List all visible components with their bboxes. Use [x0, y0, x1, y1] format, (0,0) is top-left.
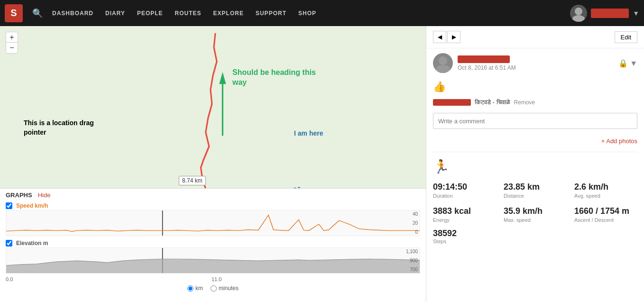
- speed-yaxis: 40 20 0: [401, 210, 420, 236]
- user-avatar[interactable]: [433, 53, 453, 73]
- elevation-graph-svg: [6, 248, 420, 273]
- annotation-here: I am here: [294, 129, 323, 137]
- navbar: S 🔍 DASHBOARD DIARY PEOPLE ROUTES EXPLOR…: [0, 0, 644, 26]
- nav-right: ▼: [570, 5, 639, 22]
- svg-rect-10: [6, 210, 420, 236]
- map-zoom-controls: + −: [6, 32, 18, 54]
- nav-link-shop[interactable]: SHOP: [298, 10, 316, 17]
- nav-link-routes[interactable]: ROUTES: [175, 10, 202, 17]
- comment-input[interactable]: [433, 113, 637, 129]
- stat-max-speed-label: Max. speed: [504, 217, 567, 223]
- add-photos-row: + Add photos: [426, 133, 644, 149]
- elevation-graph-container: 1,100 900 700: [6, 247, 420, 274]
- nav-link-explore[interactable]: EXPLORE: [213, 10, 244, 17]
- stat-distance: 23.85 km Distance: [504, 182, 567, 199]
- nav-link-diary[interactable]: DIARY: [105, 10, 125, 17]
- main-content: + − Should be heading this way: [0, 26, 644, 302]
- graphs-header: GRAPHS Hide: [0, 192, 426, 201]
- steps-label: Steps: [433, 238, 637, 244]
- svg-point-1: [572, 15, 585, 22]
- map-area[interactable]: + − Should be heading this way: [0, 26, 426, 302]
- user-info: Oct 8, 2016 at 6:51 AM: [458, 55, 516, 71]
- svg-point-0: [575, 8, 582, 15]
- elevation-yaxis: 1,100 900 700: [401, 248, 420, 273]
- stats-grid: 09:14:50 Duration 23.85 km Distance 2.6 …: [426, 178, 644, 229]
- stat-ascent-value: 1660 / 1754 m: [574, 206, 637, 216]
- stat-energy: 3883 kcal Energy: [433, 206, 496, 223]
- steps-value: 38592: [433, 229, 637, 238]
- speed-graph-container: 40 20 0: [6, 210, 420, 236]
- stat-energy-value: 3883 kcal: [433, 206, 496, 216]
- stat-max-speed: 35.9 km/h Max. speed: [504, 206, 567, 223]
- zoom-out-button[interactable]: −: [6, 43, 18, 53]
- like-button[interactable]: 👍: [433, 81, 446, 92]
- annotation-heading: Should be heading this way: [232, 68, 316, 88]
- stat-energy-label: Energy: [433, 217, 496, 223]
- lock-icon[interactable]: 🔒 ▼: [618, 59, 637, 68]
- sidebar: ◀ ▶ Edit Oct 8, 2016 at 6:51 AM 🔒 ▼ 👍 कि…: [426, 26, 644, 302]
- stat-avg-speed: 2.6 km/h Avg. speed: [574, 182, 637, 199]
- nav-links: DASHBOARD DIARY PEOPLE ROUTES EXPLORE SU…: [52, 10, 561, 17]
- graphs-hide-button[interactable]: Hide: [38, 192, 51, 199]
- nav-link-support[interactable]: SUPPORT: [256, 10, 286, 17]
- stat-ascent: 1660 / 1754 m Ascent / Descent: [574, 206, 637, 223]
- elevation-graph-label: Elevation m: [16, 240, 48, 247]
- user-date: Oct 8, 2016 at 6:51 AM: [458, 64, 516, 71]
- search-icon[interactable]: 🔍: [32, 8, 43, 18]
- stat-duration-label: Duration: [433, 193, 496, 199]
- nav-link-dashboard[interactable]: DASHBOARD: [52, 10, 93, 17]
- nav-username[interactable]: [591, 9, 629, 18]
- sidebar-header: ◀ ▶ Edit: [426, 26, 644, 48]
- user-name-redacted: [458, 55, 510, 63]
- stat-duration: 09:14:50 Duration: [433, 182, 496, 199]
- like-row: 👍: [426, 78, 644, 96]
- speed-checkbox[interactable]: [6, 202, 12, 209]
- location-redacted: [433, 99, 471, 106]
- graphs-section: GRAPHS Hide Speed km/h: [0, 188, 426, 302]
- map-distance-badge: 8.74 km: [179, 176, 206, 185]
- zoom-in-button[interactable]: +: [6, 32, 18, 43]
- unit-minutes-radio[interactable]: minutes: [211, 285, 239, 292]
- activity-icon-row: 🏃: [426, 155, 644, 178]
- nav-chevron-icon[interactable]: ▼: [633, 9, 639, 17]
- stat-avg-speed-value: 2.6 km/h: [574, 182, 637, 192]
- unit-row: km minutes: [0, 283, 426, 293]
- sidebar-user-row: Oct 8, 2016 at 6:51 AM 🔒 ▼: [426, 48, 644, 78]
- nav-avatar[interactable]: [570, 5, 587, 22]
- nav-logo[interactable]: S: [5, 4, 23, 22]
- graphs-title: GRAPHS: [6, 192, 32, 199]
- add-photos-button[interactable]: + Add photos: [601, 137, 637, 145]
- unit-km-radio[interactable]: km: [187, 285, 203, 292]
- stat-distance-label: Distance: [504, 193, 567, 199]
- edit-button[interactable]: Edit: [615, 31, 637, 43]
- speed-graph-svg: [6, 210, 420, 236]
- svg-point-16: [436, 65, 450, 73]
- x-axis-labels: 0.0 11.0: [0, 275, 426, 283]
- steps-row: 38592 Steps: [426, 229, 644, 250]
- activity-icon: 🏃: [433, 159, 450, 174]
- annotation-location: This is a location drag pointer: [24, 119, 94, 137]
- elevation-checkbox[interactable]: [6, 240, 12, 247]
- remove-location-button[interactable]: Remove: [514, 99, 535, 106]
- speed-graph-label: Speed km/h: [16, 202, 48, 209]
- sidebar-next-button[interactable]: ▶: [447, 31, 460, 43]
- elevation-graph-row: Elevation m 1,100 900 700: [0, 238, 426, 275]
- svg-point-15: [439, 56, 447, 65]
- location-text: किटवडे - चिवाळे: [475, 99, 510, 106]
- stat-avg-speed-label: Avg. speed: [574, 193, 637, 199]
- sidebar-nav-buttons: ◀ ▶: [433, 31, 460, 43]
- stat-max-speed-value: 35.9 km/h: [504, 206, 567, 216]
- location-row: किटवडे - चिवाळे Remove: [426, 96, 644, 109]
- stat-duration-value: 09:14:50: [433, 182, 496, 192]
- speed-graph-row: Speed km/h 40 20 0: [0, 201, 426, 238]
- sidebar-prev-button[interactable]: ◀: [433, 31, 446, 43]
- stat-ascent-label: Ascent / Descent: [574, 217, 637, 223]
- stat-distance-value: 23.85 km: [504, 182, 567, 192]
- divider: [433, 152, 637, 152]
- nav-link-people[interactable]: PEOPLE: [137, 10, 163, 17]
